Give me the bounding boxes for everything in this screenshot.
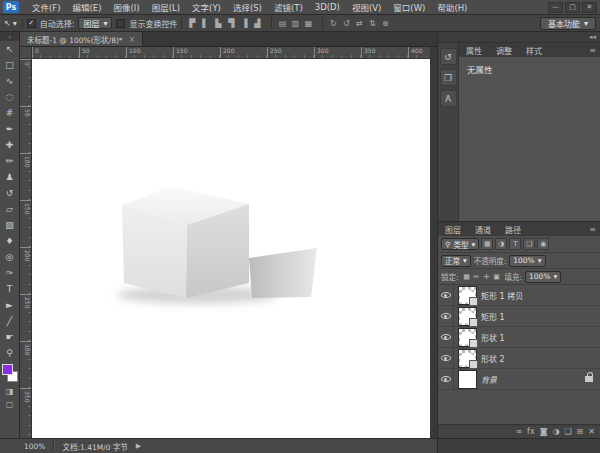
menu-item[interactable]: 3D(D) bbox=[309, 2, 346, 12]
menu-item[interactable]: 帮助(H) bbox=[431, 1, 473, 13]
auto-select-dropdown[interactable]: 图层 ▾ bbox=[78, 17, 112, 29]
panel-tab[interactable]: 样式 bbox=[519, 44, 549, 57]
layers-action-icon[interactable]: fx bbox=[527, 428, 535, 436]
menu-item[interactable]: 滤镜(T) bbox=[268, 1, 309, 13]
layer-filter-icon[interactable]: ❏ bbox=[523, 238, 535, 250]
close-button[interactable]: ✕ bbox=[582, 2, 597, 13]
lock-option-icon[interactable]: ▦ bbox=[462, 271, 472, 282]
tool-brush[interactable]: ✏ bbox=[1, 153, 19, 169]
panel-tab[interactable]: 调整 bbox=[489, 44, 519, 57]
tool-eyedropper[interactable]: ✒ bbox=[1, 121, 19, 137]
tool-eraser[interactable]: ▱ bbox=[1, 201, 19, 217]
screen-mode-button[interactable]: ▢ bbox=[2, 398, 18, 411]
lock-option-icon[interactable]: ✏ bbox=[472, 271, 482, 282]
distribute-icon[interactable]: ▥ bbox=[289, 17, 301, 29]
align-icon[interactable]: ▙ bbox=[212, 17, 224, 29]
horizontal-ruler[interactable]: 050100150200250300350400 bbox=[32, 47, 430, 59]
menu-item[interactable]: 文件(F) bbox=[26, 1, 67, 13]
align-icon[interactable]: ▜ bbox=[225, 17, 237, 29]
status-options-arrow[interactable]: ▶ bbox=[136, 442, 141, 450]
document-tab[interactable]: 未标题-1 @ 100%(形状/8)* × bbox=[20, 32, 143, 46]
align-icon[interactable]: ▌ bbox=[199, 17, 211, 29]
tool-quick-select[interactable]: ◌ bbox=[1, 89, 19, 105]
align-icon[interactable]: ▐ bbox=[238, 17, 250, 29]
panel-tab[interactable]: 属性 bbox=[459, 44, 489, 57]
opacity-dropdown[interactable]: 100% ▾ bbox=[509, 255, 545, 267]
panel-tab[interactable]: 路径 bbox=[498, 223, 528, 236]
menu-item[interactable]: 图像(I) bbox=[108, 1, 146, 13]
lock-option-icon[interactable]: ▣ bbox=[492, 271, 502, 282]
lock-option-icon[interactable]: ✛ bbox=[482, 271, 492, 282]
layers-action-icon[interactable]: ◑ bbox=[552, 428, 559, 436]
collapsed-panel-icon[interactable]: ❐ bbox=[440, 69, 457, 86]
visibility-toggle[interactable] bbox=[438, 348, 454, 368]
visibility-toggle[interactable] bbox=[438, 285, 454, 305]
tool-hand[interactable]: ☛ bbox=[1, 329, 19, 345]
panel-tab[interactable]: 图层 bbox=[438, 223, 468, 236]
layer-filter-icon[interactable]: ◑ bbox=[495, 238, 507, 250]
vertical-ruler[interactable]: 050100150200250300350 bbox=[20, 59, 32, 438]
layer-thumbnail[interactable] bbox=[459, 371, 476, 388]
layer-thumbnail[interactable] bbox=[459, 329, 476, 346]
tool-pen[interactable]: ✑ bbox=[1, 265, 19, 281]
collapsed-panel-icon[interactable]: ↺ bbox=[440, 48, 457, 65]
layer-row-形状 2[interactable]: 形状 2 bbox=[438, 348, 600, 369]
tool-move[interactable]: ↖ bbox=[1, 41, 19, 57]
blend-mode-dropdown[interactable]: 正常 ▾ bbox=[441, 255, 471, 267]
background-layer-row[interactable]: 背景 bbox=[438, 369, 600, 390]
tool-path-select[interactable]: ► bbox=[1, 297, 19, 313]
menu-item[interactable]: 图层(L) bbox=[146, 1, 186, 13]
layers-action-icon[interactable]: ◙ bbox=[540, 428, 548, 436]
visibility-toggle[interactable] bbox=[438, 306, 454, 326]
tool-type[interactable]: T bbox=[1, 281, 19, 297]
visibility-toggle[interactable] bbox=[438, 327, 454, 347]
canvas[interactable] bbox=[32, 59, 430, 438]
tool-zoom[interactable]: ⚲ bbox=[1, 345, 19, 361]
tool-preset-picker[interactable]: ↖ ▾ bbox=[4, 19, 23, 28]
threed-mode-icon[interactable]: ⇄ bbox=[353, 17, 365, 29]
threed-mode-icon[interactable]: ↺ bbox=[340, 17, 352, 29]
collapsed-panel-icon[interactable]: A bbox=[440, 90, 457, 107]
menu-item[interactable]: 窗口(W) bbox=[387, 1, 431, 13]
visibility-toggle[interactable] bbox=[438, 369, 454, 389]
menu-item[interactable]: 编辑(E) bbox=[67, 1, 108, 13]
distribute-icon[interactable]: ▤ bbox=[276, 17, 288, 29]
show-transform-checkbox[interactable] bbox=[116, 19, 125, 28]
distribute-icon[interactable]: ▦ bbox=[302, 17, 314, 29]
fill-dropdown[interactable]: 100% ▾ bbox=[525, 271, 561, 283]
auto-select-checkbox[interactable]: ✓ bbox=[27, 19, 36, 28]
menu-item[interactable]: 选择(S) bbox=[227, 1, 268, 13]
menu-item[interactable]: 视图(V) bbox=[346, 1, 387, 13]
dock-collapse-button[interactable]: ◂◂ bbox=[438, 32, 600, 43]
layer-filter-dropdown[interactable]: ⚲ 类型 ▾ bbox=[441, 238, 479, 250]
menu-item[interactable]: 文字(Y) bbox=[186, 1, 227, 13]
layers-action-icon[interactable]: ❏ bbox=[564, 428, 571, 436]
tool-shape[interactable]: ╱ bbox=[1, 313, 19, 329]
threed-mode-icon[interactable]: ↻ bbox=[327, 17, 339, 29]
tab-close-icon[interactable]: × bbox=[129, 35, 136, 44]
tool-clone-stamp[interactable]: ♟ bbox=[1, 169, 19, 185]
foreground-color-swatch[interactable] bbox=[2, 364, 13, 375]
maximize-button[interactable]: ▢ bbox=[565, 2, 580, 13]
layer-row-矩形 1 拷贝[interactable]: 矩形 1 拷贝 bbox=[438, 285, 600, 306]
layer-filter-icon[interactable]: T bbox=[509, 238, 521, 250]
tool-dodge[interactable]: ◎ bbox=[1, 249, 19, 265]
tool-healing-brush[interactable]: ✚ bbox=[1, 137, 19, 153]
minimize-button[interactable]: — bbox=[548, 2, 563, 13]
layer-filter-icon[interactable]: ▦ bbox=[481, 238, 493, 250]
zoom-level-field[interactable]: 100% bbox=[24, 442, 45, 451]
layers-action-icon[interactable]: ∞ bbox=[515, 428, 522, 436]
tool-blur[interactable]: ♦ bbox=[1, 233, 19, 249]
panel-menu-icon[interactable]: ≡ bbox=[589, 225, 600, 234]
layer-thumbnail[interactable] bbox=[459, 308, 476, 325]
tool-crop[interactable]: # bbox=[1, 105, 19, 121]
align-icon[interactable]: ▛ bbox=[186, 17, 198, 29]
align-icon[interactable]: ▟ bbox=[251, 17, 263, 29]
tool-gradient[interactable]: ▨ bbox=[1, 217, 19, 233]
layer-row-形状 1[interactable]: 形状 1 bbox=[438, 327, 600, 348]
layer-thumbnail[interactable] bbox=[459, 350, 476, 367]
tool-lasso[interactable]: ∿ bbox=[1, 73, 19, 89]
tool-history-brush[interactable]: ↺ bbox=[1, 185, 19, 201]
layers-action-icon[interactable]: ⊞ bbox=[577, 428, 584, 436]
toolbar-collapse-button[interactable]: « bbox=[0, 32, 19, 41]
